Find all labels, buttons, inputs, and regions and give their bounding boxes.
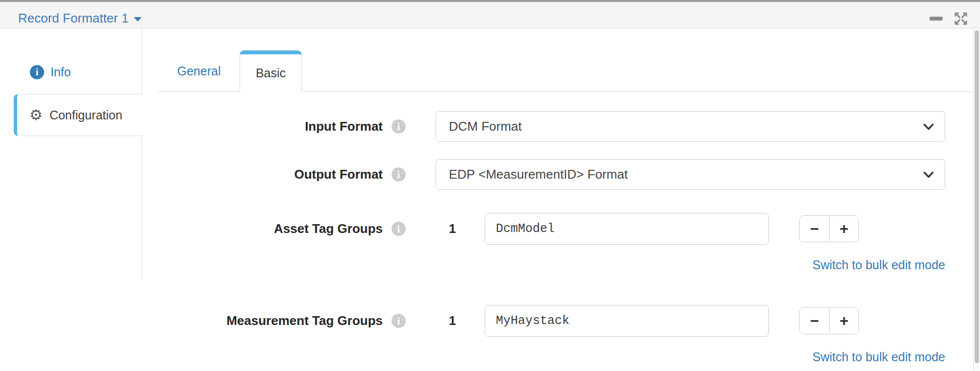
main-area: Info ⚙ Configuration General Basic Inpu (0, 28, 980, 371)
input-format-select[interactable]: DCM Format (436, 111, 945, 142)
form-row-measurement-tag-groups: Measurement Tag Groups 1 − + (142, 305, 973, 337)
title-dropdown[interactable]: Record Formatter 1 (18, 11, 142, 26)
remove-measurement-tag-button[interactable]: − (800, 308, 829, 334)
info-tooltip-icon[interactable] (392, 222, 406, 236)
measurement-bulk-edit-row: Switch to bulk edit mode (436, 349, 945, 366)
info-tooltip-icon[interactable] (392, 167, 406, 182)
measurement-tag-groups-label: Measurement Tag Groups (142, 313, 383, 328)
vertical-scrollbar-thumb[interactable] (975, 30, 979, 363)
input-format-value: DCM Format (449, 119, 522, 134)
asset-bulk-edit-row: Switch to bulk edit mode (436, 257, 945, 274)
sidebar-item-configuration[interactable]: ⚙ Configuration (14, 94, 142, 136)
asset-tag-group-index: 1 (449, 221, 485, 236)
form-row-asset-tag-groups: Asset Tag Groups 1 − + (142, 213, 973, 245)
output-format-label: Output Format (142, 167, 383, 182)
tab-label: General (177, 64, 221, 78)
input-format-label: Input Format (142, 119, 383, 134)
minimize-icon[interactable] (930, 17, 943, 21)
window-controls (930, 11, 968, 26)
chevron-down-icon (923, 171, 934, 179)
measurement-tag-stepper: − + (799, 307, 859, 334)
sidebar-item-label: Info (50, 65, 71, 79)
asset-tag-groups-label: Asset Tag Groups (142, 221, 383, 236)
output-format-select[interactable]: EDP <MeasurementID> Format (436, 159, 945, 190)
output-format-value: EDP <MeasurementID> Format (449, 167, 628, 182)
configuration-form: Input Format DCM Format Output Format (142, 92, 973, 371)
tab-bar: General Basic (158, 28, 973, 92)
window-header: Record Formatter 1 (0, 2, 980, 28)
sidebar-item-label: Configuration (49, 108, 122, 122)
measurement-tag-group-index: 1 (449, 313, 485, 328)
gear-icon: ⚙ (29, 108, 43, 122)
add-measurement-tag-button[interactable]: + (829, 308, 858, 334)
measurement-tag-group-input[interactable] (485, 305, 769, 337)
tab-basic[interactable]: Basic (240, 50, 302, 92)
expand-icon[interactable] (954, 11, 968, 26)
add-asset-tag-button[interactable]: + (829, 216, 858, 242)
asset-bulk-edit-link[interactable]: Switch to bulk edit mode (812, 258, 945, 272)
measurement-bulk-edit-link[interactable]: Switch to bulk edit mode (812, 350, 945, 364)
remove-asset-tag-button[interactable]: − (800, 216, 829, 242)
vertical-scrollbar-track (973, 28, 980, 371)
caret-down-icon (134, 17, 142, 22)
tab-general[interactable]: General (158, 50, 240, 92)
sidebar-item-info[interactable]: Info (0, 50, 142, 94)
chevron-down-icon (923, 123, 934, 131)
info-circle-icon (30, 65, 44, 79)
page-title: Record Formatter 1 (18, 11, 128, 26)
form-row-input-format: Input Format DCM Format (142, 111, 973, 142)
content-area: General Basic Input Format DCM Format (142, 28, 973, 371)
tab-label: Basic (256, 66, 286, 80)
asset-tag-group-input[interactable] (485, 213, 769, 245)
info-tooltip-icon[interactable] (392, 119, 406, 134)
record-formatter-window: Record Formatter 1 Info ⚙ (0, 0, 980, 371)
form-row-output-format: Output Format EDP <MeasurementID> Format (142, 159, 973, 190)
sidebar-nav: Info ⚙ Configuration (0, 28, 142, 279)
asset-tag-stepper: − + (799, 215, 859, 242)
info-tooltip-icon[interactable] (392, 314, 406, 328)
